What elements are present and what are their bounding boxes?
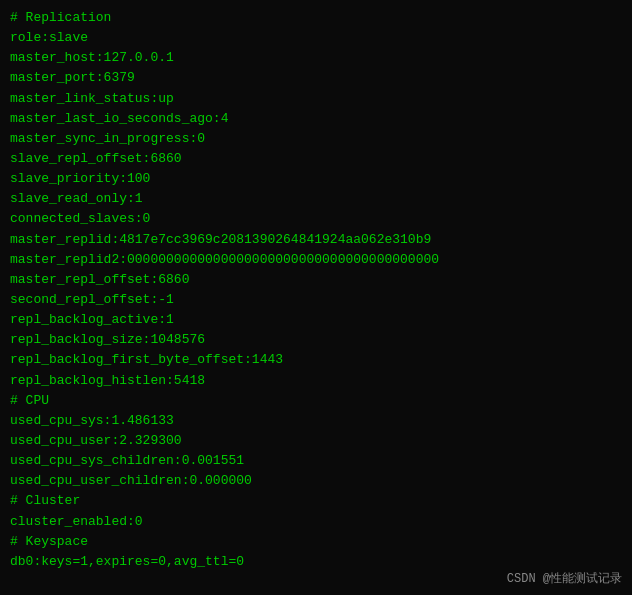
data-line: used_cpu_sys:1.486133 [10, 411, 622, 431]
section-header-line: # Replication [10, 8, 622, 28]
data-line: connected_slaves:0 [10, 209, 622, 229]
data-line: repl_backlog_size:1048576 [10, 330, 622, 350]
data-line: master_link_status:up [10, 89, 622, 109]
data-line: cluster_enabled:0 [10, 512, 622, 532]
data-line: master_replid2:0000000000000000000000000… [10, 250, 622, 270]
data-line: repl_backlog_histlen:5418 [10, 371, 622, 391]
section-header-line: # CPU [10, 391, 622, 411]
data-line: master_host:127.0.0.1 [10, 48, 622, 68]
data-line: used_cpu_sys_children:0.001551 [10, 451, 622, 471]
data-line: repl_backlog_active:1 [10, 310, 622, 330]
data-line: master_sync_in_progress:0 [10, 129, 622, 149]
data-line: slave_priority:100 [10, 169, 622, 189]
data-line: slave_repl_offset:6860 [10, 149, 622, 169]
data-line: used_cpu_user_children:0.000000 [10, 471, 622, 491]
section-header-line: # Cluster [10, 491, 622, 511]
data-line: db0:keys=1,expires=0,avg_ttl=0 [10, 552, 622, 572]
watermark: CSDN @性能测试记录 [507, 570, 622, 587]
data-line: master_last_io_seconds_ago:4 [10, 109, 622, 129]
data-line: used_cpu_user:2.329300 [10, 431, 622, 451]
data-line: master_port:6379 [10, 68, 622, 88]
section-header-line: # Keyspace [10, 532, 622, 552]
data-line: second_repl_offset:-1 [10, 290, 622, 310]
data-line: role:slave [10, 28, 622, 48]
data-line: repl_backlog_first_byte_offset:1443 [10, 350, 622, 370]
terminal: # Replicationrole:slavemaster_host:127.0… [0, 0, 632, 595]
data-line: slave_read_only:1 [10, 189, 622, 209]
data-line: master_repl_offset:6860 [10, 270, 622, 290]
data-line: master_replid:4817e7cc3969c2081390264841… [10, 230, 622, 250]
